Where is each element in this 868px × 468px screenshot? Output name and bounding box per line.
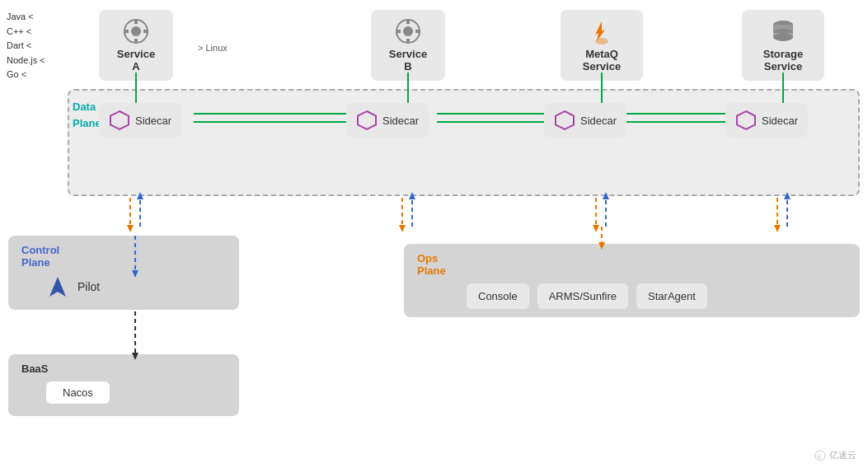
metaq-service-box: MetaQService (561, 10, 643, 81)
svg-rect-5 (143, 30, 148, 33)
svg-rect-2 (134, 20, 138, 24)
svg-point-7 (403, 26, 413, 36)
lang-go: Go < (7, 68, 45, 82)
pilot-box: Pilot (46, 275, 226, 298)
svg-point-17 (773, 33, 793, 41)
svg-marker-21 (737, 111, 755, 129)
sidecar-3-box: Sidecar (544, 103, 626, 138)
svg-point-1 (131, 26, 141, 36)
lang-nodejs: Node.js < (7, 54, 45, 68)
watermark-text: 亿速云 (829, 449, 856, 461)
control-plane-label: ControlPlane (21, 244, 226, 269)
sidecar-1-label: Sidecar (135, 115, 171, 127)
linux-label: > Linux (198, 43, 228, 53)
svg-rect-8 (406, 20, 410, 24)
sidecar-4-box: Sidecar (725, 103, 808, 138)
svg-rect-9 (406, 39, 410, 43)
service-b-icon (395, 18, 421, 44)
svg-marker-44 (593, 225, 599, 232)
sidecar-2-box: Sidecar (346, 103, 429, 138)
pilot-label: Pilot (77, 280, 100, 293)
sidecar-2-icon (356, 110, 378, 131)
svg-marker-40 (399, 225, 406, 232)
svg-marker-22 (49, 277, 66, 297)
ops-items: Console ARMS/Sunfire StarAgent (467, 283, 847, 309)
staragent-box: StarAgent (636, 283, 707, 309)
sidecar-3-label: Sidecar (580, 115, 617, 127)
lang-cpp: C++ < (7, 25, 45, 40)
ops-plane-area: OpsPlane Console ARMS/Sunfire StarAgent (404, 244, 860, 317)
diagram-container: Java < C++ < Dart < Node.js < Go < Servi… (0, 0, 868, 468)
nacos-box: Nacos (46, 381, 110, 404)
svg-rect-4 (124, 30, 129, 33)
service-a-label: ServiceA (117, 48, 155, 73)
metaq-icon (589, 18, 615, 44)
service-b-label: ServiceB (389, 48, 427, 73)
sidecar-4-icon (735, 110, 757, 131)
svg-rect-11 (415, 30, 420, 33)
svg-rect-3 (134, 39, 138, 43)
ops-plane-label: OpsPlane (417, 252, 847, 277)
service-a-box: ServiceA (99, 10, 173, 81)
svg-rect-10 (396, 30, 401, 33)
control-plane-area: ControlPlane Pilot (8, 236, 239, 310)
sidecar-4-label: Sidecar (762, 115, 798, 127)
data-plane-label: DataPlane (73, 99, 101, 131)
svg-marker-18 (110, 111, 129, 129)
service-b-box: ServiceB (371, 10, 445, 81)
sidecar-1-box: Sidecar (99, 103, 181, 138)
console-box: Console (467, 283, 529, 309)
language-list: Java < C++ < Dart < Node.js < Go < (7, 10, 45, 82)
metaq-label: MetaQService (583, 48, 621, 73)
pilot-icon (46, 275, 69, 298)
lang-java: Java < (7, 10, 45, 25)
sidecar-1-icon (109, 110, 130, 131)
storage-service-box: StorageService (742, 10, 824, 81)
watermark: 云 亿速云 (814, 449, 856, 461)
svg-marker-19 (358, 111, 376, 129)
lang-dart: Dart < (7, 39, 45, 54)
watermark-icon: 云 (814, 450, 826, 461)
service-a-icon (123, 18, 149, 44)
nacos-label: Nacos (63, 386, 93, 399)
svg-marker-48 (774, 225, 781, 232)
storage-label: StorageService (763, 48, 803, 73)
svg-marker-20 (556, 111, 574, 129)
sidecar-2-label: Sidecar (382, 115, 419, 127)
arms-sunfire-box: ARMS/Sunfire (537, 283, 628, 309)
baas-label: BaaS (21, 363, 226, 375)
baas-area: BaaS Nacos (8, 354, 239, 416)
storage-icon (770, 18, 796, 44)
svg-marker-36 (127, 225, 134, 232)
sidecar-3-icon (554, 110, 575, 131)
svg-point-12 (595, 38, 608, 44)
svg-text:云: 云 (817, 454, 822, 459)
